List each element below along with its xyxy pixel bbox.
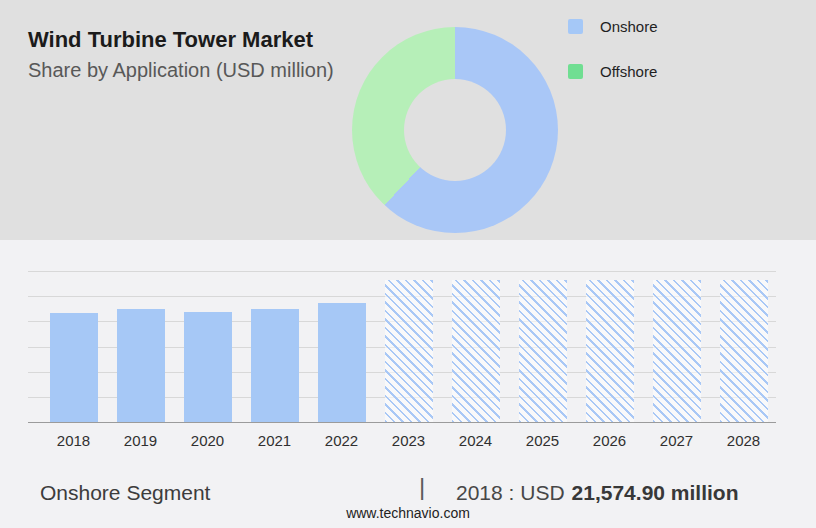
- x-tick-label-2022: 2022: [309, 432, 375, 449]
- bar-2024: [452, 280, 500, 422]
- x-tick-label-2018: 2018: [41, 432, 107, 449]
- x-axis-labels: 2018201920202021202220232024202520262027…: [28, 432, 776, 450]
- onshore-color-swatch: [568, 19, 583, 34]
- footer-divider: |: [419, 473, 425, 501]
- segment-value: 2018 : USD21,574.90 million: [456, 481, 739, 505]
- bar-2023: [385, 280, 433, 422]
- x-tick-label-2026: 2026: [577, 432, 643, 449]
- x-tick-label-2021: 2021: [242, 432, 308, 449]
- x-tick-label-2025: 2025: [510, 432, 576, 449]
- donut-chart: [352, 27, 558, 233]
- offshore-color-swatch: [568, 64, 583, 79]
- x-tick-label-2028: 2028: [711, 432, 777, 449]
- bar-chart-section: 2018201920202021202220232024202520262027…: [0, 240, 816, 528]
- x-tick-label-2024: 2024: [443, 432, 509, 449]
- x-tick-label-2019: 2019: [108, 432, 174, 449]
- x-tick-label-2027: 2027: [644, 432, 710, 449]
- bar-2027: [653, 280, 701, 422]
- segment-label: Onshore Segment: [40, 481, 210, 505]
- legend-item-offshore: Offshore: [568, 63, 657, 79]
- bar-2022: [318, 303, 366, 422]
- bar-2026: [586, 280, 634, 422]
- gridline: [28, 271, 776, 272]
- bar-2021: [251, 309, 299, 422]
- bar-2025: [519, 280, 567, 422]
- page-title: Wind Turbine Tower Market: [28, 27, 313, 53]
- legend-item-onshore: Onshore: [568, 18, 658, 34]
- donut-chart-hole: [404, 79, 506, 181]
- website-link[interactable]: www.technavio.com: [0, 505, 816, 521]
- x-tick-label-2023: 2023: [376, 432, 442, 449]
- legend-label: Offshore: [600, 63, 657, 80]
- header-section: Wind Turbine Tower Market Share by Appli…: [0, 0, 816, 240]
- bar-2020: [184, 312, 232, 422]
- page-subtitle: Share by Application (USD million): [28, 59, 334, 82]
- bar-2019: [117, 309, 165, 422]
- bar-2018: [50, 313, 98, 422]
- segment-value-amount: 21,574.90 million: [572, 481, 739, 504]
- bar-plot: [28, 271, 776, 422]
- legend-label: Onshore: [600, 18, 658, 35]
- x-tick-label-2020: 2020: [175, 432, 241, 449]
- segment-value-prefix: 2018 : USD: [456, 481, 565, 504]
- bar-2028: [720, 280, 768, 422]
